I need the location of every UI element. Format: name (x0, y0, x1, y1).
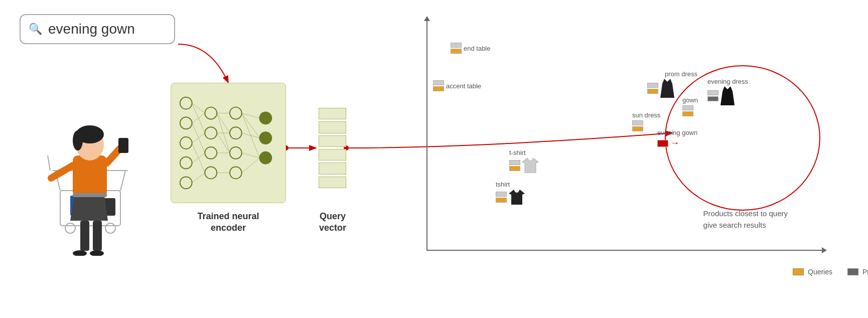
svg-line-55 (217, 133, 230, 153)
svg-rect-22 (118, 138, 128, 153)
svg-line-62 (242, 113, 260, 158)
svg-point-36 (230, 107, 242, 119)
query-vector-box (319, 108, 346, 188)
qv-cell-3 (319, 135, 346, 147)
svg-line-47 (192, 173, 205, 183)
neural-network-diagram (171, 83, 285, 203)
svg-point-34 (205, 147, 217, 159)
svg-line-50 (192, 143, 205, 173)
evening-gown-label: evening gown (657, 129, 697, 136)
qv-cell-1 (319, 108, 346, 119)
svg-line-61 (242, 113, 260, 138)
point-sun-dress: sun dress (632, 110, 660, 131)
point-t-shirt: t-shirt (509, 148, 538, 173)
svg-point-16 (73, 250, 87, 256)
svg-point-28 (180, 117, 192, 129)
svg-line-49 (192, 123, 205, 152)
t-shirt-label: t-shirt (509, 149, 526, 156)
svg-line-20 (51, 166, 73, 178)
svg-point-40 (259, 112, 271, 124)
svg-point-30 (180, 157, 192, 169)
legend-products-label: Products (862, 268, 868, 276)
chart-area: end table accent table prom dress eveni (376, 15, 828, 296)
encoder-label: Trained neural encoder (171, 211, 286, 234)
svg-line-11 (48, 155, 50, 171)
qv-cell-5 (319, 163, 346, 174)
svg-point-31 (180, 177, 192, 189)
svg-point-41 (259, 132, 271, 144)
person-illustration (20, 70, 135, 256)
svg-rect-15 (93, 221, 102, 251)
legend-products: Products (847, 268, 868, 276)
svg-point-10 (105, 223, 115, 233)
accent-table-label: accent table (446, 82, 481, 90)
legend-queries-label: Queries (808, 268, 832, 276)
svg-point-32 (205, 107, 217, 119)
svg-line-21 (107, 148, 120, 163)
svg-point-29 (180, 137, 192, 149)
svg-point-25 (73, 130, 83, 150)
point-end-table: end table (451, 43, 491, 54)
svg-line-7 (120, 171, 125, 191)
svg-rect-26 (73, 193, 107, 197)
y-axis (426, 20, 427, 251)
prom-dress-label: prom dress (665, 70, 697, 78)
result-note: Products closest to query give search re… (703, 208, 788, 231)
point-tshirt: tshirt (496, 180, 525, 205)
legend-product-icon (847, 268, 858, 275)
svg-point-33 (205, 127, 217, 139)
svg-point-37 (230, 127, 242, 139)
gown-label: gown (682, 96, 698, 104)
search-box[interactable]: 🔍 evening gown (20, 14, 175, 44)
point-prom-dress: prom dress (647, 70, 697, 98)
point-accent-table: accent table (433, 80, 481, 91)
legend-queries: Queries (793, 268, 832, 276)
svg-line-60 (242, 153, 260, 158)
svg-marker-18 (70, 196, 108, 221)
evening-dress-label: evening dress (707, 78, 748, 85)
legend-query-icon (793, 268, 804, 275)
sun-dress-label: sun dress (632, 111, 660, 119)
qv-cell-6 (319, 177, 346, 188)
svg-line-58 (242, 113, 260, 118)
encoder-box (171, 83, 286, 203)
qv-cell-2 (319, 121, 346, 133)
point-evening-dress: evening dress (707, 78, 748, 105)
svg-point-39 (230, 167, 242, 179)
point-evening-gown: evening gown → (657, 128, 697, 148)
chart-legend: Queries Products (793, 268, 868, 276)
svg-point-38 (230, 147, 242, 159)
svg-point-9 (65, 223, 75, 233)
point-gown: gown (682, 95, 698, 116)
svg-rect-14 (80, 221, 89, 251)
main-scene: { "search": { "query": "evening gown", "… (0, 0, 868, 318)
query-vector-label: Query vector (305, 211, 360, 234)
svg-point-42 (259, 152, 271, 164)
svg-line-48 (192, 103, 205, 133)
qv-cell-4 (319, 149, 346, 161)
search-query-text: evening gown (48, 21, 135, 37)
x-axis (426, 250, 823, 251)
end-table-label: end table (464, 45, 491, 52)
svg-line-63 (242, 158, 260, 173)
svg-line-54 (217, 113, 230, 133)
tshirt-label: tshirt (496, 181, 510, 188)
svg-point-35 (205, 167, 217, 179)
svg-point-17 (90, 250, 104, 256)
search-icon: 🔍 (29, 23, 42, 36)
svg-point-27 (180, 97, 192, 109)
svg-rect-19 (73, 155, 107, 197)
